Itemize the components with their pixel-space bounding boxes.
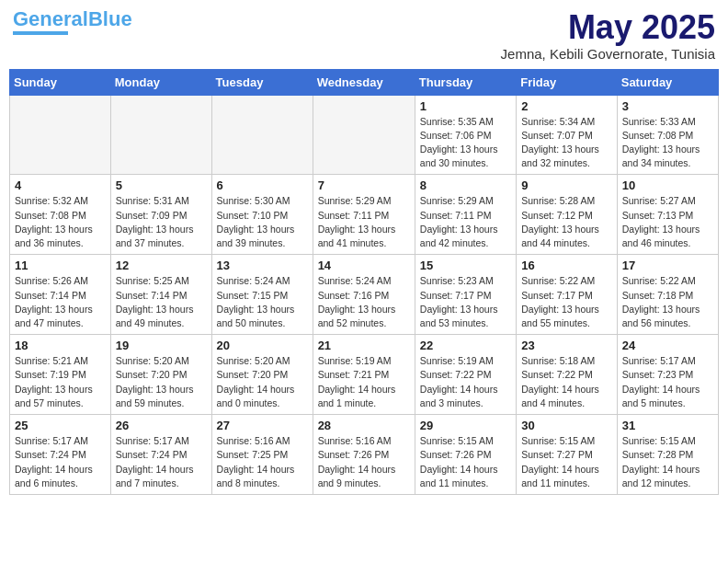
page-header: GeneralBlue May 2025 Jemna, Kebili Gover… <box>9 9 719 62</box>
cell-w1-d4 <box>313 95 415 175</box>
cell-w3-d2: 12Sunrise: 5:25 AM Sunset: 7:14 PM Dayli… <box>110 255 211 335</box>
cell-w5-d6: 30Sunrise: 5:15 AM Sunset: 7:27 PM Dayli… <box>517 415 618 495</box>
cell-w4-d3: 20Sunrise: 5:20 AM Sunset: 7:20 PM Dayli… <box>211 335 313 415</box>
cell-w3-d5: 15Sunrise: 5:23 AM Sunset: 7:17 PM Dayli… <box>415 255 516 335</box>
cell-w4-d2: 19Sunrise: 5:20 AM Sunset: 7:20 PM Dayli… <box>110 335 211 415</box>
cell-w1-d6: 2Sunrise: 5:34 AM Sunset: 7:07 PM Daylig… <box>517 95 618 175</box>
day-number: 28 <box>318 419 410 432</box>
col-sunday: Sunday <box>10 69 111 95</box>
cell-w5-d5: 29Sunrise: 5:15 AM Sunset: 7:26 PM Dayli… <box>415 415 516 495</box>
cell-w2-d6: 9Sunrise: 5:28 AM Sunset: 7:12 PM Daylig… <box>517 175 618 255</box>
day-info: Sunrise: 5:26 AM Sunset: 7:14 PM Dayligh… <box>15 274 106 330</box>
day-number: 20 <box>217 339 308 352</box>
day-number: 26 <box>116 419 207 432</box>
day-number: 15 <box>420 259 511 272</box>
logo-text: GeneralBlue <box>13 9 132 29</box>
day-number: 12 <box>116 259 207 272</box>
cell-w4-d6: 23Sunrise: 5:18 AM Sunset: 7:22 PM Dayli… <box>517 335 618 415</box>
day-number: 10 <box>622 178 713 192</box>
cell-w3-d4: 14Sunrise: 5:24 AM Sunset: 7:16 PM Dayli… <box>313 255 415 335</box>
day-number: 31 <box>622 419 713 432</box>
day-info: Sunrise: 5:23 AM Sunset: 7:17 PM Dayligh… <box>420 274 511 330</box>
day-info: Sunrise: 5:21 AM Sunset: 7:19 PM Dayligh… <box>15 354 106 410</box>
cell-w2-d7: 10Sunrise: 5:27 AM Sunset: 7:13 PM Dayli… <box>617 175 718 255</box>
day-info: Sunrise: 5:25 AM Sunset: 7:14 PM Dayligh… <box>116 274 207 330</box>
day-info: Sunrise: 5:32 AM Sunset: 7:08 PM Dayligh… <box>15 194 106 250</box>
day-number: 30 <box>521 419 612 432</box>
cell-w4-d4: 21Sunrise: 5:19 AM Sunset: 7:21 PM Dayli… <box>313 335 415 415</box>
day-number: 17 <box>622 259 713 272</box>
day-number: 13 <box>217 259 308 272</box>
cell-w1-d3 <box>211 95 313 175</box>
day-number: 24 <box>622 339 713 352</box>
cell-w4-d5: 22Sunrise: 5:19 AM Sunset: 7:22 PM Dayli… <box>415 335 516 415</box>
day-info: Sunrise: 5:17 AM Sunset: 7:24 PM Dayligh… <box>15 434 106 490</box>
cell-w2-d4: 7Sunrise: 5:29 AM Sunset: 7:11 PM Daylig… <box>313 175 415 255</box>
cell-w5-d4: 28Sunrise: 5:16 AM Sunset: 7:26 PM Dayli… <box>313 415 415 495</box>
cell-w5-d3: 27Sunrise: 5:16 AM Sunset: 7:25 PM Dayli… <box>211 415 313 495</box>
title-block: May 2025 Jemna, Kebili Governorate, Tuni… <box>501 9 715 62</box>
cell-w1-d1 <box>10 95 111 175</box>
day-number: 8 <box>420 178 511 192</box>
day-info: Sunrise: 5:29 AM Sunset: 7:11 PM Dayligh… <box>420 194 511 250</box>
day-number: 16 <box>521 259 612 272</box>
location-title: Jemna, Kebili Governorate, Tunisia <box>501 46 715 62</box>
cell-w4-d7: 24Sunrise: 5:17 AM Sunset: 7:23 PM Dayli… <box>617 335 718 415</box>
col-wednesday: Wednesday <box>313 69 415 95</box>
cell-w1-d2 <box>110 95 211 175</box>
col-thursday: Thursday <box>415 69 516 95</box>
week-row-4: 18Sunrise: 5:21 AM Sunset: 7:19 PM Dayli… <box>10 335 719 415</box>
cell-w3-d1: 11Sunrise: 5:26 AM Sunset: 7:14 PM Dayli… <box>10 255 111 335</box>
cell-w3-d7: 17Sunrise: 5:22 AM Sunset: 7:18 PM Dayli… <box>617 255 718 335</box>
col-friday: Friday <box>517 69 618 95</box>
day-number: 7 <box>318 178 410 192</box>
day-number: 21 <box>318 339 410 352</box>
cell-w3-d3: 13Sunrise: 5:24 AM Sunset: 7:15 PM Dayli… <box>211 255 313 335</box>
cell-w3-d6: 16Sunrise: 5:22 AM Sunset: 7:17 PM Dayli… <box>517 255 618 335</box>
week-row-2: 4Sunrise: 5:32 AM Sunset: 7:08 PM Daylig… <box>10 175 719 255</box>
day-number: 5 <box>116 178 207 192</box>
day-number: 9 <box>521 178 612 192</box>
month-title: May 2025 <box>501 9 715 46</box>
day-info: Sunrise: 5:18 AM Sunset: 7:22 PM Dayligh… <box>521 354 612 410</box>
day-info: Sunrise: 5:30 AM Sunset: 7:10 PM Dayligh… <box>217 194 308 250</box>
day-info: Sunrise: 5:29 AM Sunset: 7:11 PM Dayligh… <box>318 194 410 250</box>
logo-bar <box>13 31 68 35</box>
day-info: Sunrise: 5:33 AM Sunset: 7:08 PM Dayligh… <box>622 115 713 171</box>
day-number: 19 <box>116 339 207 352</box>
cell-w5-d1: 25Sunrise: 5:17 AM Sunset: 7:24 PM Dayli… <box>10 415 111 495</box>
day-number: 6 <box>217 178 308 192</box>
cell-w5-d2: 26Sunrise: 5:17 AM Sunset: 7:24 PM Dayli… <box>110 415 211 495</box>
day-info: Sunrise: 5:15 AM Sunset: 7:26 PM Dayligh… <box>420 434 511 490</box>
header-row: Sunday Monday Tuesday Wednesday Thursday… <box>10 69 719 95</box>
day-info: Sunrise: 5:24 AM Sunset: 7:16 PM Dayligh… <box>318 274 410 330</box>
logo: GeneralBlue <box>13 9 132 35</box>
col-tuesday: Tuesday <box>211 69 313 95</box>
day-number: 29 <box>420 419 511 432</box>
cell-w2-d5: 8Sunrise: 5:29 AM Sunset: 7:11 PM Daylig… <box>415 175 516 255</box>
day-info: Sunrise: 5:20 AM Sunset: 7:20 PM Dayligh… <box>217 354 308 410</box>
day-info: Sunrise: 5:16 AM Sunset: 7:25 PM Dayligh… <box>217 434 308 490</box>
col-monday: Monday <box>110 69 211 95</box>
day-info: Sunrise: 5:28 AM Sunset: 7:12 PM Dayligh… <box>521 194 612 250</box>
day-info: Sunrise: 5:19 AM Sunset: 7:21 PM Dayligh… <box>318 354 410 410</box>
cell-w2-d1: 4Sunrise: 5:32 AM Sunset: 7:08 PM Daylig… <box>10 175 111 255</box>
day-number: 4 <box>15 178 106 192</box>
day-number: 22 <box>420 339 511 352</box>
day-info: Sunrise: 5:31 AM Sunset: 7:09 PM Dayligh… <box>116 194 207 250</box>
day-number: 23 <box>521 339 612 352</box>
cell-w5-d7: 31Sunrise: 5:15 AM Sunset: 7:28 PM Dayli… <box>617 415 718 495</box>
day-info: Sunrise: 5:15 AM Sunset: 7:28 PM Dayligh… <box>622 434 713 490</box>
day-info: Sunrise: 5:17 AM Sunset: 7:24 PM Dayligh… <box>116 434 207 490</box>
day-number: 1 <box>420 99 511 113</box>
calendar-table: Sunday Monday Tuesday Wednesday Thursday… <box>9 69 719 495</box>
logo-general: General <box>13 7 88 30</box>
day-info: Sunrise: 5:20 AM Sunset: 7:20 PM Dayligh… <box>116 354 207 410</box>
col-saturday: Saturday <box>617 69 718 95</box>
day-info: Sunrise: 5:24 AM Sunset: 7:15 PM Dayligh… <box>217 274 308 330</box>
day-info: Sunrise: 5:17 AM Sunset: 7:23 PM Dayligh… <box>622 354 713 410</box>
day-number: 25 <box>15 419 106 432</box>
day-info: Sunrise: 5:22 AM Sunset: 7:18 PM Dayligh… <box>622 274 713 330</box>
week-row-5: 25Sunrise: 5:17 AM Sunset: 7:24 PM Dayli… <box>10 415 719 495</box>
logo-blue: Blue <box>88 7 132 30</box>
